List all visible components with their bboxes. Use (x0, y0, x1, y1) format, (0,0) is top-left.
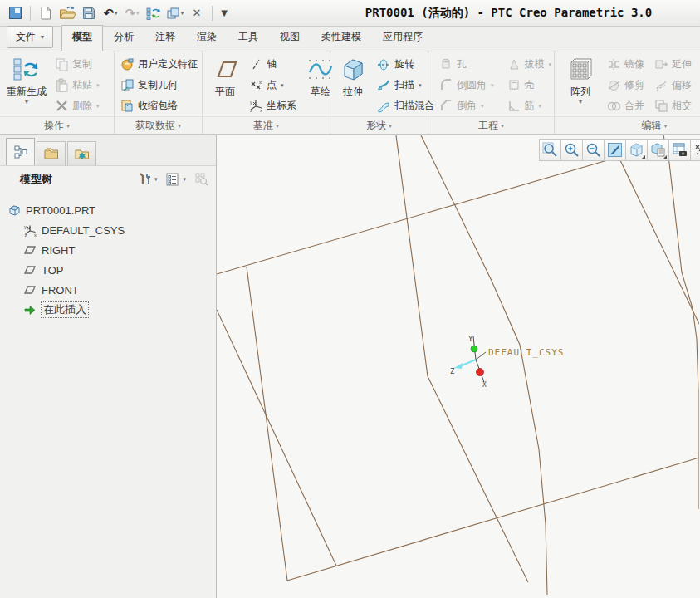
show-in-tree-icon (194, 172, 209, 187)
tab-applications[interactable]: 应用程序 (372, 25, 433, 51)
new-file-button[interactable] (36, 3, 56, 23)
group-label-engineering[interactable]: 工程 (428, 116, 554, 134)
hole-icon (439, 57, 453, 71)
tab-annotate[interactable]: 注释 (144, 25, 186, 51)
part-icon (8, 204, 21, 217)
tab-render[interactable]: 渲染 (186, 25, 228, 51)
regenerate-icon (12, 56, 41, 84)
regenerate-manager-button[interactable] (144, 3, 164, 23)
file-menu-button[interactable]: 文件▾ (7, 26, 53, 48)
model-tree-tab[interactable] (6, 138, 35, 165)
group-label-operations[interactable]: 操作 (0, 116, 114, 134)
zoom-out-button[interactable] (582, 139, 605, 161)
extend-button: 延伸 (652, 54, 694, 75)
ribbon-group-shapes: 拉伸 旋转 扫描 ▾ 扫描混合 形状 (330, 51, 428, 134)
tree-item-part[interactable]: PRT0001.PRT (8, 200, 216, 220)
refit-button[interactable] (604, 139, 626, 161)
regenerate-button[interactable]: 重新生成 ▾ (3, 54, 50, 105)
dropdown-arrow[interactable]: ▾ (25, 99, 28, 105)
group-label-get-data[interactable]: 获取数据 (115, 116, 202, 134)
zoom-region-button[interactable] (539, 139, 561, 161)
copy-geometry-icon (120, 78, 135, 92)
round-button: 倒圆角 ▾ (437, 75, 497, 96)
tab-view[interactable]: 视图 (269, 25, 311, 51)
mirror-button: 镜像 (605, 54, 647, 75)
svg-text:y: y (250, 100, 252, 105)
sketch-line-right (619, 157, 699, 324)
csys-z-label: Z (450, 367, 455, 375)
chamfer-icon (439, 99, 453, 113)
pattern-button[interactable]: 阵列 ▾ (561, 54, 600, 105)
zoom-in-button[interactable] (560, 139, 583, 161)
offset-button: 偏移 (652, 75, 694, 96)
tree-item-default-csys[interactable]: yzx DEFAULT_CSYS (8, 220, 216, 240)
udf-button[interactable]: 用户定义特征 (118, 54, 200, 75)
window-switch-button[interactable]: ▾ (165, 3, 185, 23)
window-title: PRT0001 (活动的) - PTC Creo Parametric 3.0 (231, 6, 695, 21)
sketch-curve-right (663, 135, 698, 509)
svg-text:y: y (24, 224, 27, 229)
tree-item-front-plane[interactable]: FRONT (8, 280, 216, 300)
window-switch-dropdown-arrow[interactable]: ▾ (181, 10, 184, 17)
extrude-button[interactable]: 拉伸 (334, 54, 372, 99)
csys-name-label: DEFAULT_CSYS (488, 347, 564, 358)
tree-item-insert-here[interactable]: 在此插入 (8, 300, 216, 320)
sketch-line-bottom (287, 458, 699, 581)
undo-dropdown-arrow[interactable]: ▾ (115, 10, 118, 17)
datum-display-filters-button[interactable]: A (690, 139, 700, 161)
csys-z-arrowhead (454, 363, 463, 369)
mirror-icon (607, 57, 621, 71)
favorites-tab[interactable] (67, 141, 96, 165)
folder-browser-tab[interactable] (37, 141, 66, 165)
dropdown-arrow[interactable]: ▾ (579, 99, 582, 105)
tree-settings-button[interactable]: ▾ (135, 170, 159, 189)
copy-icon (55, 57, 69, 71)
tree-item-right-plane[interactable]: RIGHT (8, 240, 216, 260)
favorites-icon (74, 146, 91, 161)
datum-axis-icon (249, 57, 263, 71)
sketch-line-top (217, 157, 619, 274)
swept-blend-button[interactable]: 扫描混合 (374, 96, 437, 116)
saved-orientations-button[interactable] (625, 139, 648, 161)
extend-icon (654, 57, 668, 71)
graphics-area[interactable]: Y Z X DEFAULT_CSYS (217, 135, 700, 598)
tab-flexible-modeling[interactable]: 柔性建模 (311, 25, 372, 51)
tab-model[interactable]: 模型 (61, 25, 103, 51)
save-button[interactable] (79, 3, 99, 23)
close-window-button[interactable]: ✕ (187, 3, 207, 23)
sweep-button[interactable]: 扫描 ▾ (374, 75, 437, 96)
datum-csys-icon: yzx (249, 99, 263, 113)
revolve-icon (377, 57, 391, 71)
pattern-icon (566, 56, 595, 84)
revolve-button[interactable]: 旋转 (374, 54, 437, 75)
datum-point-icon: x (249, 78, 263, 92)
shrinkwrap-button[interactable]: 收缩包络 (118, 96, 200, 116)
udf-icon (120, 57, 135, 71)
display-style-button[interactable] (668, 139, 691, 161)
datum-csys-button[interactable]: yzx 坐标系 (247, 96, 299, 116)
ribbon-group-edit: 阵列 ▾ 镜像 修剪 合并 延伸 (555, 51, 700, 134)
copy-geometry-button[interactable]: 复制几何 (118, 75, 200, 96)
tree-item-top-plane[interactable]: TOP (8, 260, 216, 280)
datum-plane-icon (211, 56, 239, 84)
tab-analysis[interactable]: 分析 (103, 25, 144, 51)
app-window-icon[interactable] (5, 3, 25, 23)
csys-y-label: Y (468, 335, 473, 343)
tree-filter-button[interactable]: ▾ (164, 170, 188, 189)
group-label-shapes[interactable]: 形状 (330, 116, 428, 134)
group-label-datum[interactable]: 基准 (203, 116, 330, 134)
redo-button[interactable]: ↷▾ (122, 3, 142, 23)
datum-point-button[interactable]: x 点 ▾ (247, 75, 299, 96)
view-manager-button[interactable] (647, 139, 669, 161)
tree-highlight-button (193, 170, 211, 189)
group-label-edit[interactable]: 编辑 (555, 116, 700, 134)
datum-axis-button[interactable]: 轴 (247, 54, 299, 75)
swept-blend-icon (377, 99, 391, 113)
undo-button[interactable]: ↶▾ (100, 3, 120, 23)
customize-toolbar-button[interactable]: ▼ (218, 3, 231, 23)
tab-tools[interactable]: 工具 (228, 25, 269, 51)
default-csys-triad[interactable]: Y Z X DEFAULT_CSYS (450, 335, 564, 389)
datum-plane-button[interactable]: 平面 (206, 54, 244, 99)
toolbar-separator (30, 6, 31, 21)
open-file-button[interactable] (57, 3, 77, 23)
